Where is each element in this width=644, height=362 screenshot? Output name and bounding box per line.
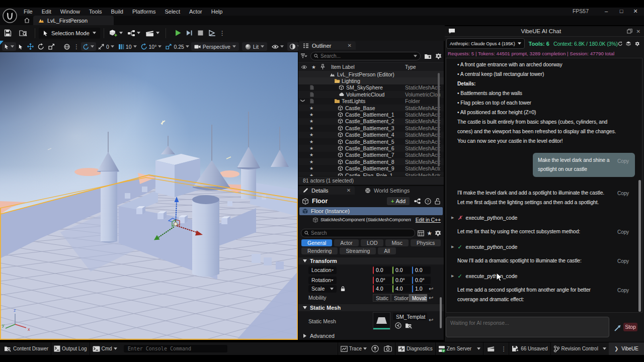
x-value-field[interactable]: 4.0 [373,285,391,293]
outliner-row[interactable]: ★Castle_Battlement_9StaticMeshActor [298,165,444,171]
type-column[interactable]: Type [405,64,416,70]
close-icon[interactable]: ✕ [348,43,352,48]
tool-call-row[interactable]: ▶✓execute_python_code [451,273,642,280]
send-icon[interactable] [614,325,621,331]
chat-input[interactable]: Waiting for AI response... [446,317,609,337]
details-search-input[interactable]: Search [301,229,415,237]
frame-skip-button[interactable] [184,30,195,36]
transform-tools-dropdown[interactable] [2,42,16,51]
outliner-settings-gear-icon[interactable] [435,53,442,59]
cinematics-button[interactable] [143,30,162,37]
surface-snap-control[interactable]: 0 [96,44,116,50]
menu-select[interactable]: Select [160,8,185,16]
world-space-toggle[interactable] [62,44,72,50]
lock-scale-icon[interactable] [341,286,345,292]
staticmesh-thumbnail[interactable] [373,312,390,330]
outliner-row[interactable]: ★Castle_Battlement_1StaticMeshActor [298,111,444,118]
chat-messages[interactable]: • A front gate entrance with an arched d… [446,58,642,313]
filter-general[interactable]: General [301,239,332,246]
filter-physics[interactable]: Physics [411,239,441,246]
z-value-field[interactable]: 0.0° [412,277,431,284]
mobility-movab[interactable]: Movab [409,294,427,302]
layers-icon[interactable] [626,40,631,47]
trace-dropdown[interactable]: Trace [338,342,369,355]
star-icon[interactable]: ★ [309,159,313,164]
rotation-dropdown[interactable]: Rotation [308,277,337,284]
menu-tools[interactable]: Tools [85,8,107,16]
blueprints-button[interactable] [125,30,143,37]
play-options-dots[interactable]: ⋮ [218,31,226,36]
world-settings-tab[interactable]: World Settings [361,186,414,195]
stop-button[interactable] [195,30,206,36]
cmd-dropdown[interactable]: Cmd [90,342,120,355]
content-drawer-button[interactable]: Content Drawer [0,342,51,355]
star-icon[interactable]: ★ [309,166,313,171]
item-label-column[interactable]: Item Label [331,64,355,70]
scale-dropdown[interactable]: Scale [308,285,337,293]
menu-platforms[interactable]: Platforms [128,8,160,16]
staticmesh-section-header[interactable]: Static Mesh [298,304,444,311]
star-icon[interactable]: ★ [309,139,313,144]
menu-build[interactable]: Build [107,8,128,16]
mobility-stationar[interactable]: Stationar [391,294,409,302]
outliner-row[interactable]: ★Castle_Battlement_4StaticMeshActor [298,132,444,138]
viewport-3d-scene[interactable]: z x y [0,52,298,340]
star-icon[interactable]: ★ [309,132,313,137]
save-icon[interactable] [0,29,15,37]
reset-scale-icon[interactable]: ↩ [429,286,433,292]
scale-snap-control[interactable]: 0.25 [164,44,191,50]
outliner-row[interactable]: TestLightsFolder [298,98,444,105]
unsaved-button[interactable]: 66 Unsaved [509,342,550,355]
eject-button[interactable] [206,30,218,36]
use-selected-icon[interactable] [395,322,401,329]
outliner-row[interactable]: LvL_FirstPerson (Editor) [298,71,444,77]
star-icon[interactable]: ★ [309,146,313,151]
filter-actor[interactable]: Actor [334,239,359,246]
add-component-button[interactable]: +Add [387,197,410,205]
outliner-row[interactable]: ★Castle_Battlement_8StaticMeshActor [298,158,444,165]
stop-button[interactable]: Stop [623,323,637,331]
details-settings-gear-icon[interactable] [435,230,441,236]
y-value-field[interactable]: 0.0 [392,266,411,274]
filter-all[interactable]: All [378,247,396,254]
outliner-row[interactable]: ★Castle_Flag_Pole_1StaticMeshActor [298,172,444,176]
x-value-field[interactable]: 0.0° [373,277,391,284]
reset-mobility-icon[interactable]: ↩ [429,295,433,301]
chat-settings-gear-icon[interactable] [635,40,639,47]
x-value-field[interactable]: 0.0 [373,266,391,274]
chat-close-icon[interactable]: ✕ [636,29,640,34]
favorite-star-icon[interactable]: ★ [311,64,316,70]
details-tab[interactable]: Details ✕ [299,186,355,195]
browse-content-icon[interactable] [15,29,31,37]
outliner-row[interactable]: ★Castle_Battlement_7StaticMeshActor [298,152,444,158]
refresh-icon[interactable] [618,40,622,47]
maximize-button[interactable]: □ [614,8,629,16]
z-value-field[interactable]: 1.0 [412,285,431,293]
close-button[interactable]: ✕ [628,8,643,16]
y-value-field[interactable]: 4.0 [392,285,411,293]
copy-button[interactable]: Copy [617,157,629,166]
status-more-dots[interactable]: ⋮ [499,346,509,351]
zen-server-dropdown[interactable]: Zen Server [436,342,483,355]
menu-help[interactable]: Help [207,8,227,16]
star-icon[interactable]: ★ [309,119,313,124]
diagnostics-button[interactable]: Diagnostics [395,342,435,355]
details-scrollbar[interactable] [440,297,442,328]
star-icon[interactable]: ★ [309,152,313,157]
play-button[interactable] [172,29,184,37]
menu-actor[interactable]: Actor [185,8,207,16]
staticmesh-asset-dropdown[interactable]: SM_Templat [393,313,427,320]
snap-rotate-toggle[interactable] [81,42,96,51]
outliner-row[interactable]: ★Castle_Battlement_3StaticMeshActor [298,125,444,131]
star-icon[interactable]: ★ [309,106,313,111]
z-value-field[interactable]: 0.0 [412,266,431,274]
copy-button[interactable]: Copy [617,227,629,237]
tool-call-row[interactable]: ▶✗execute_python_code [451,214,642,221]
outliner-row[interactable]: ★Castle_Battlement_6StaticMeshActor [298,145,444,151]
revision-control-dropdown[interactable]: Revision Control [551,342,609,355]
star-icon[interactable]: ★ [309,112,313,117]
location-dropdown[interactable]: Location [308,266,337,274]
copy-button[interactable]: Copy [617,286,629,295]
visibility-eye-icon[interactable] [301,65,307,69]
transform-section-header[interactable]: Transform [298,257,444,264]
